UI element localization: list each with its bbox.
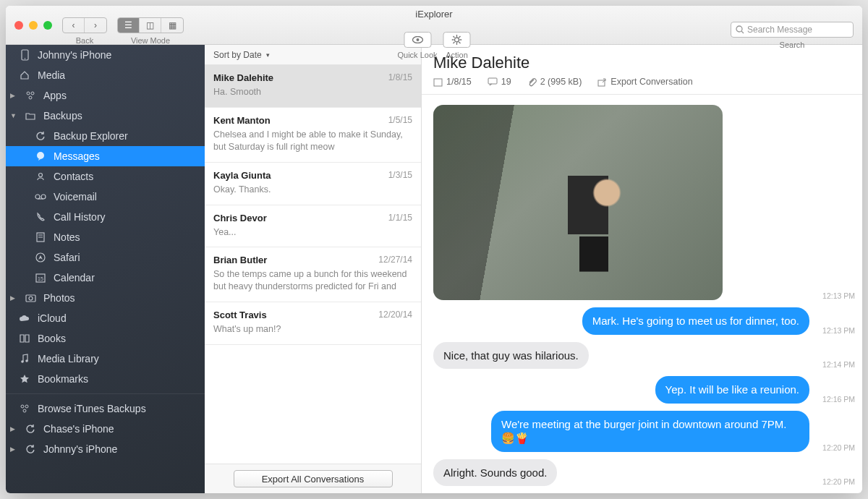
chevron-down-icon: ▼	[10, 112, 17, 119]
book-icon	[19, 333, 30, 344]
phone-icon	[19, 49, 30, 61]
camera-icon	[25, 292, 36, 304]
view-columns-icon[interactable]: ◫	[140, 18, 161, 33]
refresh-icon	[25, 443, 36, 455]
minimize-icon[interactable]	[29, 21, 38, 30]
forward-button[interactable]: ›	[85, 18, 106, 33]
sidebar-item-backup-explorer[interactable]: Backup Explorer	[6, 126, 205, 146]
sidebar-backup-johnny[interactable]: ▶ Johnny's iPhone	[6, 439, 205, 459]
svg-point-19	[39, 174, 43, 177]
app-window: iExplorer ‹ › Back ☰ ◫ ▦ View Mode Quick	[6, 6, 862, 493]
svg-point-30	[29, 297, 33, 300]
sort-label: Sort by Date	[213, 50, 262, 60]
svg-line-7	[454, 36, 455, 38]
message-bubble: Nice, that guy was hilarious.	[433, 342, 589, 370]
message-row: We're meeting at the burger joint in dow…	[433, 411, 855, 452]
sidebar-item-notes[interactable]: Notes	[6, 227, 205, 247]
back-button[interactable]: ‹	[63, 18, 85, 33]
star-icon	[19, 373, 30, 385]
view-list-icon[interactable]: ☰	[118, 18, 140, 33]
conversation-item[interactable]: Chris Devor1/1/15Yea...	[205, 205, 421, 248]
search-icon	[736, 25, 744, 34]
sidebar-item-calendar[interactable]: 15 Calendar	[6, 268, 205, 288]
calendar-icon	[433, 77, 443, 87]
refresh-icon	[35, 130, 46, 142]
sidebar-item-label: Johnny's iPhone	[38, 49, 111, 61]
svg-line-10	[454, 42, 455, 43]
svg-rect-29	[26, 295, 35, 302]
conversation-item[interactable]: Brian Butler12/27/14So the temps came up…	[205, 247, 421, 302]
sidebar-item-label: Messages	[54, 150, 100, 162]
sidebar-item-label: Backup Explorer	[54, 130, 128, 142]
sidebar-browse-header[interactable]: Browse iTunes Backups	[6, 398, 205, 419]
message-bubble: Alright. Sounds good.	[433, 459, 557, 487]
message-bubble: We're meeting at the burger joint in dow…	[491, 411, 809, 452]
message-timestamp: 12:14 PM	[815, 360, 855, 369]
message-scroll[interactable]: 12:13 PMMark. He's going to meet us for …	[422, 95, 862, 493]
folder-icon	[25, 110, 36, 121]
sidebar-item-label: Browse iTunes Backups	[38, 403, 146, 414]
sidebar-item-label: Safari	[54, 252, 80, 263]
chevron-right-icon: ▶	[10, 294, 17, 302]
chevron-right-icon: ▶	[10, 445, 17, 453]
sidebar-device[interactable]: Johnny's iPhone	[6, 45, 205, 65]
message-timestamp: 12:16 PM	[815, 395, 855, 404]
conv-name: Brian Butler	[213, 255, 267, 265]
message-bubble: Yep. It will be like a reunion.	[655, 376, 809, 404]
sidebar-backup-chase[interactable]: ▶ Chase's iPhone	[6, 419, 205, 439]
sidebar-item-icloud[interactable]: iCloud	[6, 308, 205, 328]
quicklook-button[interactable]	[404, 32, 431, 48]
sidebar-item-contacts[interactable]: Contacts	[6, 166, 205, 187]
svg-point-15	[27, 92, 30, 95]
svg-point-17	[29, 96, 32, 99]
traffic-lights	[6, 21, 52, 30]
svg-point-1	[416, 38, 419, 41]
fullscreen-icon[interactable]	[43, 21, 52, 30]
search-input[interactable]: Search Message	[731, 22, 854, 38]
sidebar-item-apps[interactable]: ▶ Apps	[6, 85, 205, 106]
message-timestamp: 12:13 PM	[815, 326, 855, 335]
contact-icon	[35, 171, 46, 182]
conversation-item[interactable]: Mike Dalehite1/8/15Ha. Smooth	[205, 65, 421, 108]
message-photo[interactable]	[433, 105, 723, 300]
sidebar-item-medialibrary[interactable]: Media Library	[6, 349, 205, 369]
sidebar-item-label: Bookmarks	[38, 373, 88, 385]
sidebar-item-messages[interactable]: Messages	[6, 146, 205, 166]
conv-preview: Yea...	[213, 226, 412, 239]
conversation-item[interactable]: Kent Manton1/5/15Chelsea and I might be …	[205, 108, 421, 163]
svg-point-31	[21, 360, 24, 363]
sidebar-item-safari[interactable]: Safari	[6, 247, 205, 268]
conv-name: Chris Devor	[213, 213, 267, 223]
conv-preview: Chelsea and I might be able to make it S…	[213, 129, 412, 153]
sidebar-item-voicemail[interactable]: Voicemail	[6, 187, 205, 207]
sidebar-item-bookmarks[interactable]: Bookmarks	[6, 369, 205, 389]
export-conversation-button[interactable]: Export Conversation	[597, 77, 692, 87]
sidebar-item-label: Johnny's iPhone	[43, 443, 117, 455]
svg-line-12	[741, 31, 744, 33]
message-row: Alright. Sounds good.12:20 PM	[433, 459, 855, 487]
sidebar-item-photos[interactable]: ▶ Photos	[6, 288, 205, 308]
back-label: Back	[76, 36, 93, 45]
conversation-list: Sort by Date ▾ Mike Dalehite1/8/15Ha. Sm…	[205, 45, 422, 493]
sidebar-item-callhistory[interactable]: Call History	[6, 207, 205, 227]
conv-preview: Ha. Smooth	[213, 86, 412, 98]
sidebar-item-media[interactable]: Media	[6, 65, 205, 85]
sort-dropdown[interactable]: Sort by Date ▾	[205, 45, 421, 65]
chat-message-count: 19	[488, 77, 511, 87]
conv-preview: What's up man!?	[213, 323, 412, 336]
conversation-item[interactable]: Scott Travis12/20/14What's up man!?	[205, 302, 421, 345]
calendar-icon: 15	[35, 272, 46, 283]
close-icon[interactable]	[14, 21, 23, 30]
music-icon	[19, 353, 30, 364]
chat-header: Mike Dalehite 1/8/15 19 2 (995 kB) Expor…	[422, 45, 862, 95]
action-button[interactable]	[443, 32, 471, 48]
chat-icon	[35, 150, 46, 162]
view-grid-icon[interactable]: ▦	[161, 18, 183, 33]
sidebar-item-books[interactable]: Books	[6, 328, 205, 349]
message-bubble: Mark. He's going to meet us for dinner, …	[582, 307, 809, 335]
apps-icon	[25, 90, 36, 101]
sidebar-item-backups[interactable]: ▼ Backups	[6, 106, 205, 126]
export-all-button[interactable]: Export All Conversations	[234, 470, 393, 487]
conversation-item[interactable]: Kayla Giunta1/3/15Okay. Thanks.	[205, 163, 421, 205]
voicemail-icon	[35, 191, 46, 202]
